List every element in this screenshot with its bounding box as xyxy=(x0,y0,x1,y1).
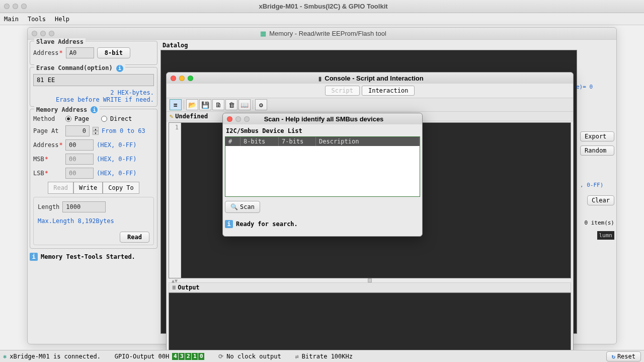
msb-input: 00 xyxy=(65,154,94,165)
scan-title: Scan - Help identify all SMBus devices xyxy=(250,115,398,123)
memory-window-titlebar: Memory - Read/write EEProm/Flash tool xyxy=(28,28,616,40)
clear-button[interactable]: Clear xyxy=(587,195,614,205)
page-at-hint: From 0 to 63 xyxy=(102,127,145,134)
slave-address-input[interactable]: A0 xyxy=(66,47,94,58)
col-index: # xyxy=(225,137,240,146)
random-button[interactable]: Random xyxy=(580,146,614,156)
lsb-label: LSB xyxy=(33,170,62,177)
clock-icon xyxy=(218,353,223,360)
gpio-bit-1: 1 xyxy=(192,353,198,360)
scan-dialog: Scan - Help identify all SMBus devices I… xyxy=(222,113,423,237)
tab-script[interactable]: Script xyxy=(325,86,360,96)
connect-icon xyxy=(3,353,7,360)
group-title: Memory Address i xyxy=(34,106,100,114)
close-icon[interactable] xyxy=(4,4,10,9)
col-description: Description xyxy=(316,137,420,146)
lsb-hint: (HEX, 0-FF) xyxy=(97,170,136,177)
splitter[interactable]: ▲▼ xyxy=(167,278,573,282)
reset-button[interactable]: Reset xyxy=(606,351,641,361)
direct-label: Direct xyxy=(110,115,132,122)
zoom-icon[interactable] xyxy=(244,116,250,122)
clock-status: No clock output xyxy=(218,353,281,360)
gpio-bit-2: 2 xyxy=(185,353,191,360)
scan-table-header: # 8-bits 7-bits Description xyxy=(225,137,420,146)
col-7bits: 7-bits xyxy=(279,137,316,146)
status-bar: xBridge-M01 is connected. GPIO-Output 00… xyxy=(0,350,644,362)
page-at-label: Page At xyxy=(33,127,62,134)
memory-window-title: Memory - Read/write EEProm/Flash tool xyxy=(54,30,592,37)
group-title: Erase Command(option) i xyxy=(34,64,125,72)
col-8bits: 8-bits xyxy=(240,137,279,146)
menu-tools[interactable]: Tools xyxy=(28,16,46,23)
method-page-radio[interactable] xyxy=(65,116,71,122)
info-icon: i xyxy=(30,253,38,261)
console-toolbar: ≡ 📂 💾 🗎 🗑 📖 ⚙ xyxy=(167,98,573,112)
tb-book-icon[interactable]: 📖 xyxy=(238,99,251,110)
length-label: Length xyxy=(38,203,59,210)
tb-run-icon[interactable]: ⚙ xyxy=(255,99,267,110)
group-memory-address: Memory Address i Method Page Direct Page… xyxy=(30,109,157,249)
length-hint: Max.Length 8,192Bytes xyxy=(38,218,149,225)
tb-open-icon[interactable]: 📂 xyxy=(186,99,198,110)
column-header-partial: lumn xyxy=(597,231,615,240)
zoom-icon[interactable] xyxy=(21,4,27,9)
group-erase: Erase Command(option) i 81 EE 2 HEX-byte… xyxy=(30,67,157,107)
lsb-input: 00 xyxy=(65,168,94,179)
group-slave-address: Slave Address Address A0 8-bit xyxy=(30,41,157,65)
close-icon[interactable] xyxy=(171,76,176,81)
tb-saveas-icon[interactable]: 🗎 xyxy=(212,99,224,110)
tab-interaction[interactable]: Interaction xyxy=(362,86,415,96)
width-button[interactable]: 8-bit xyxy=(97,47,130,58)
tb-save-icon[interactable]: 💾 xyxy=(199,99,211,110)
read-button-2[interactable]: Read xyxy=(120,232,149,243)
connection-status: xBridge-M01 is connected. xyxy=(3,353,101,360)
info-icon[interactable]: i xyxy=(116,65,123,72)
group-title: Slave Address xyxy=(34,38,86,45)
page-at-input[interactable]: 0 xyxy=(65,125,90,136)
export-button[interactable]: Export xyxy=(580,131,614,141)
minimize-icon[interactable] xyxy=(235,116,241,122)
close-icon[interactable] xyxy=(227,116,232,122)
erase-warn: Erase before WRITE if need. xyxy=(33,96,154,103)
info-icon: i xyxy=(225,220,233,228)
mem-address-input[interactable]: 00 xyxy=(65,139,94,151)
scan-status: i Ready for search. xyxy=(225,220,420,228)
console-title: Console - Script and Interaction xyxy=(193,75,549,82)
info-icon[interactable]: i xyxy=(91,106,98,113)
minimize-icon[interactable] xyxy=(40,31,46,36)
tb-align-icon[interactable]: ≡ xyxy=(170,99,182,110)
scan-list-title: I2C/Smbus Device List xyxy=(225,126,420,136)
length-input[interactable]: 1000 xyxy=(62,201,106,212)
read-button[interactable]: Read xyxy=(48,182,73,194)
erase-hex-hint: 2 HEX-bytes. xyxy=(33,89,154,96)
output-label: Output xyxy=(169,282,571,293)
minimize-icon[interactable] xyxy=(179,76,185,81)
app-titlebar: xBridge-M01 - Smbus(I2C) & GPIO Toolkit xyxy=(0,0,644,13)
address-label: Address xyxy=(33,49,63,56)
zoom-icon[interactable] xyxy=(49,31,54,36)
menu-help[interactable]: Help xyxy=(55,16,69,23)
tb-delete-icon[interactable]: 🗑 xyxy=(225,99,237,110)
minimize-icon[interactable] xyxy=(13,4,18,9)
datalog-label: Datalog xyxy=(160,41,614,50)
items-count: 0 item(s) xyxy=(584,220,614,226)
zoom-icon[interactable] xyxy=(188,76,193,81)
method-label: Method xyxy=(33,115,62,122)
copy-to-button[interactable]: Copy To xyxy=(103,182,139,194)
erase-command-input[interactable]: 81 EE xyxy=(33,74,154,86)
write-button[interactable]: Write xyxy=(73,182,103,194)
app-title: xBridge-M01 - Smbus(I2C) & GPIO Toolkit xyxy=(27,3,620,10)
side-hint-partial: , 0-FF) xyxy=(580,182,614,188)
scan-table: # 8-bits 7-bits Description xyxy=(225,136,420,197)
menu-main[interactable]: Main xyxy=(4,16,19,23)
address-hint: (HEX, 0-FF) xyxy=(97,141,136,149)
app-traffic-lights xyxy=(4,4,27,9)
gpio-bit-4: 4 xyxy=(172,353,178,360)
close-icon[interactable] xyxy=(32,31,37,36)
method-direct-radio[interactable] xyxy=(101,116,107,122)
msb-hint: (HEX, 0-FF) xyxy=(97,156,136,163)
page-at-stepper[interactable]: ▴▾ xyxy=(93,127,99,135)
console-titlebar: Console - Script and Interaction xyxy=(167,73,573,84)
scan-button[interactable]: Scan xyxy=(225,201,260,213)
address-label: Address xyxy=(33,141,62,149)
